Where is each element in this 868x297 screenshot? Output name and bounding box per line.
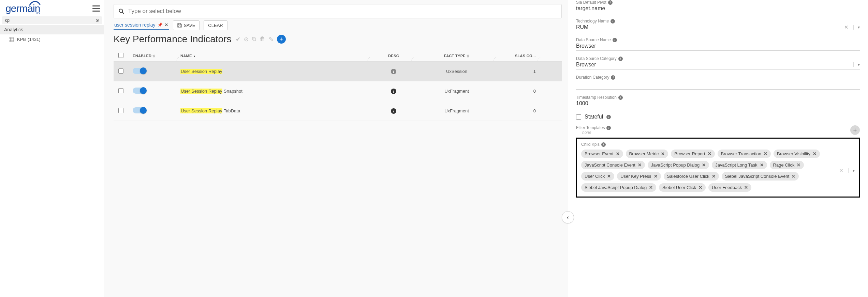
remove-chip-icon[interactable]: ✕ [702, 162, 706, 168]
enabled-toggle[interactable] [133, 88, 146, 94]
chip-label: Siebel JavaScript Popup Dialog [585, 185, 647, 190]
save-button[interactable]: SAVE [173, 20, 200, 30]
remove-chip-icon[interactable]: ✕ [712, 174, 716, 179]
remove-chip-icon[interactable]: ✕ [698, 185, 702, 190]
search-input[interactable] [128, 8, 557, 15]
technology-name-select[interactable]: RUM [576, 24, 588, 30]
data-source-name-value[interactable]: Browser [576, 43, 596, 49]
close-icon[interactable]: ✕ [165, 22, 168, 27]
info-icon[interactable]: i [606, 115, 611, 119]
remove-chip-icon[interactable]: ✕ [760, 162, 764, 168]
remove-chip-icon[interactable]: ✕ [797, 162, 800, 168]
select-all-checkbox[interactable] [118, 53, 123, 58]
remove-chip-icon[interactable]: ✕ [764, 151, 767, 156]
remove-chip-icon[interactable]: ✕ [607, 174, 611, 179]
info-icon[interactable]: i [610, 19, 615, 24]
copy-icon[interactable]: ⧉ [252, 36, 256, 43]
child-kpi-chip[interactable]: JavaScript Popup Dialog✕ [648, 161, 709, 169]
enabled-toggle[interactable] [133, 68, 146, 74]
approve-icon[interactable]: ✔ [236, 36, 240, 43]
remove-chip-icon[interactable]: ✕ [661, 151, 665, 156]
info-icon[interactable]: i [618, 95, 623, 100]
remove-chip-icon[interactable]: ✕ [708, 151, 711, 156]
hamburger-icon[interactable] [92, 5, 100, 12]
sla-default-pivot-value[interactable]: target.name [576, 5, 605, 12]
child-kpi-chip[interactable]: User Feedback✕ [708, 183, 751, 192]
sidebar-item-kpis[interactable]: KPIs (1431) [0, 34, 104, 44]
save-icon [177, 23, 182, 28]
chevron-down-icon[interactable]: ▾ [853, 62, 860, 67]
stateful-checkbox[interactable] [576, 114, 581, 120]
info-icon[interactable]: i [601, 142, 606, 147]
col-name[interactable]: NAME▲⋰ [180, 54, 371, 58]
data-source-category-select[interactable]: Browser [576, 62, 596, 68]
row-name: User Session Replay [180, 69, 222, 74]
child-kpi-chip[interactable]: Siebel JavaScript Popup Dialog✕ [581, 183, 656, 192]
info-icon[interactable]: i [391, 89, 396, 94]
global-search[interactable] [114, 4, 562, 18]
clear-all-child-kpis-icon[interactable]: ✕ [839, 168, 843, 174]
info-icon[interactable]: i [611, 75, 615, 80]
child-kpi-chip[interactable]: Browser Report✕ [671, 150, 715, 158]
sidebar-section-analytics[interactable]: Analytics [0, 25, 104, 34]
edit-icon[interactable]: ✎ [269, 36, 274, 43]
child-kpi-chip[interactable]: Browser Event✕ [581, 150, 623, 158]
disable-icon[interactable]: ⊘ [244, 36, 249, 43]
chevron-down-icon[interactable]: ▾ [848, 168, 855, 173]
col-desc[interactable]: DESC⋰ [371, 54, 416, 58]
clear-button[interactable]: CLEAR [204, 20, 227, 30]
clear-filter-icon[interactable]: ⊗ [95, 18, 99, 23]
chip-label: JavaScript Console Event [585, 162, 635, 168]
col-resize-handle[interactable]: ⋰ [176, 57, 179, 61]
left-filter-input[interactable]: kpi ⊗ [2, 16, 102, 24]
filter-tag[interactable]: user session replay 📌 ✕ [114, 21, 169, 30]
col-resize-handle[interactable]: ⋰ [493, 57, 496, 61]
col-resize-handle[interactable]: ⋰ [537, 57, 541, 61]
child-kpi-chip[interactable]: User Click✕ [581, 172, 614, 181]
info-icon[interactable]: i [606, 126, 611, 130]
remove-chip-icon[interactable]: ✕ [638, 162, 642, 168]
row-checkbox[interactable] [118, 88, 123, 93]
child-kpi-chip[interactable]: Siebel JavaScript Console Event✕ [722, 172, 799, 181]
col-enabled[interactable]: ENABLED⇅⋰ [133, 54, 180, 58]
col-fact-type[interactable]: FACT TYPE⇅⋰ [416, 54, 498, 58]
enabled-toggle[interactable] [133, 107, 146, 113]
col-resize-handle[interactable]: ⋰ [367, 57, 370, 61]
remove-chip-icon[interactable]: ✕ [649, 185, 653, 190]
pin-icon[interactable]: 📌 [158, 22, 163, 27]
child-kpi-chip[interactable]: User Key Press✕ [617, 172, 661, 181]
info-icon[interactable]: i [618, 57, 623, 61]
remove-chip-icon[interactable]: ✕ [744, 185, 748, 190]
remove-chip-icon[interactable]: ✕ [813, 151, 816, 156]
collapse-panel-icon[interactable]: ‹ [562, 211, 574, 223]
remove-chip-icon[interactable]: ✕ [654, 174, 658, 179]
child-kpi-chip[interactable]: Browser Metric✕ [626, 150, 668, 158]
chip-label: User Click [585, 174, 605, 179]
delete-icon[interactable]: 🗑 [260, 36, 265, 43]
child-kpi-chip[interactable]: JavaScript Console Event✕ [581, 161, 645, 169]
add-filter-template-button[interactable]: + [850, 125, 860, 135]
info-icon[interactable]: i [613, 38, 617, 42]
remove-chip-icon[interactable]: ✕ [616, 151, 620, 156]
row-checkbox[interactable] [118, 68, 123, 74]
info-icon[interactable]: i [391, 108, 396, 114]
child-kpi-chip[interactable]: JavaScript Long Task✕ [712, 161, 767, 169]
child-kpi-chip[interactable]: Siebel User Click✕ [659, 183, 706, 192]
table-row[interactable]: User Session Replay TabDataiUxFragment0 [114, 101, 562, 121]
info-icon[interactable]: i [608, 0, 613, 5]
child-kpi-chip[interactable]: Salesforce User Click✕ [664, 172, 719, 181]
remove-chip-icon[interactable]: ✕ [792, 174, 795, 179]
chevron-down-icon[interactable]: ▾ [853, 25, 860, 30]
row-checkbox[interactable] [118, 108, 123, 113]
col-slas[interactable]: SLAS CO...⋰ [498, 54, 542, 58]
child-kpi-chip[interactable]: Rage Click✕ [770, 161, 804, 169]
child-kpi-chip[interactable]: Browser Transaction✕ [718, 150, 771, 158]
child-kpi-chip[interactable]: Browser Visibility✕ [774, 150, 820, 158]
info-icon[interactable]: i [391, 69, 396, 74]
clear-icon[interactable]: ✕ [844, 24, 849, 30]
table-row[interactable]: User Session ReplayiUxSession1 [114, 62, 562, 81]
timestamp-resolution-value[interactable]: 1000 [576, 100, 588, 107]
add-button[interactable]: + [277, 35, 286, 44]
col-resize-handle[interactable]: ⋰ [411, 57, 414, 61]
table-row[interactable]: User Session Replay SnapshotiUxFragment0 [114, 81, 562, 101]
